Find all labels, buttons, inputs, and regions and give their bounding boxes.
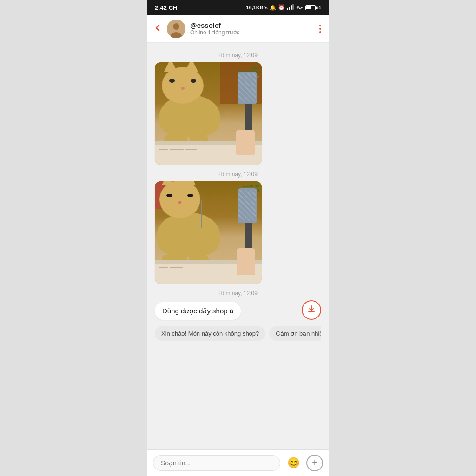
network-speed: 16,1KB/s [246,5,267,10]
text-message-row: Dùng được đấy shop à [155,300,321,320]
header-info: @essolef Online 1 tiếng trước [190,21,317,36]
battery-icon: 51 [305,5,321,10]
emoji-button[interactable]: 😊 [285,455,302,471]
timestamp-3: Hôm nay, 12:09 [155,290,321,297]
phone-frame: 2:42 CH 16,1KB/s 🔔 ⏰ [147,0,329,476]
image-message-1[interactable]: HAIRCOLLECTIONPLATINUM [155,62,262,165]
plus-icon: + [312,457,317,468]
header-status: Online 1 tiếng trước [190,29,317,36]
quick-replies: Xin chào! Món này còn không shop? Cảm ơn… [155,322,321,343]
avatar [167,20,185,38]
status-time: 2:42 CH [155,4,177,11]
timestamp-2: Hôm nay, 12:09 [155,171,321,178]
text-bubble: Dùng được đấy shop à [155,302,241,320]
battery-level: 51 [316,5,321,10]
svg-rect-2 [291,5,292,10]
cat-ear-right-2 [184,181,196,185]
dot-3 [319,31,321,33]
cat-body-2 [157,212,220,257]
cat-image-2: CLOTHINGMACHINEAND MORE [155,181,262,284]
cat-scene-2: CLOTHINGMACHINEAND MORE [155,181,262,284]
image-message-2[interactable]: CLOTHINGMACHINEAND MORE [155,181,262,284]
chat-header: @essolef Online 1 tiếng trước [147,15,329,43]
cat-head-1 [162,67,204,104]
cat-image-1: HAIRCOLLECTIONPLATINUM [155,62,262,165]
notification-icon: 🔔 [270,5,276,11]
wire [201,200,202,228]
signal-icon [287,4,294,11]
svg-rect-1 [289,7,290,10]
back-button[interactable] [153,23,162,34]
quick-reply-1[interactable]: Xin chào! Món này còn không shop? [155,326,265,341]
cat-scene-1: HAIRCOLLECTIONPLATINUM [155,62,262,165]
dot-2 [319,28,321,30]
message-input[interactable] [153,455,280,471]
message-group-2: CLOTHINGMACHINEAND MORE [155,181,321,284]
svg-rect-0 [287,8,288,10]
status-bar: 2:42 CH 16,1KB/s 🔔 ⏰ [147,0,329,15]
hand-1 [236,130,255,155]
dot-1 [319,25,321,26]
more-options-button[interactable] [317,23,323,35]
download-icon [307,304,316,316]
hand-2 [237,248,255,275]
cat-ear-left-2 [162,181,174,185]
timestamp-1: Hôm nay, 12:09 [155,52,321,59]
chat-input-area: 😊 + [147,449,329,476]
cat-head-2 [159,181,200,218]
svg-rect-3 [292,4,294,10]
message-group-1: HAIRCOLLECTIONPLATINUM [155,62,321,165]
chat-body: Hôm nay, 12:09 HAIRCOLLECTIONPLATINUM [147,43,329,449]
wifi-icon [296,4,304,11]
text-message-content: Dùng được đấy shop à [162,307,233,315]
download-button[interactable] [302,300,321,320]
alarm-icon: ⏰ [278,4,285,11]
cat-ear-right-1 [185,62,198,72]
plus-button[interactable]: + [306,455,323,471]
emoji-icon: 😊 [287,457,300,469]
status-icons: 16,1KB/s 🔔 ⏰ [246,4,321,11]
header-username: @essolef [190,21,317,29]
svg-point-5 [173,23,179,30]
cat-ear-left-1 [164,62,177,72]
quick-reply-2[interactable]: Cảm ơn bạn nhiều nhé! [269,326,321,341]
